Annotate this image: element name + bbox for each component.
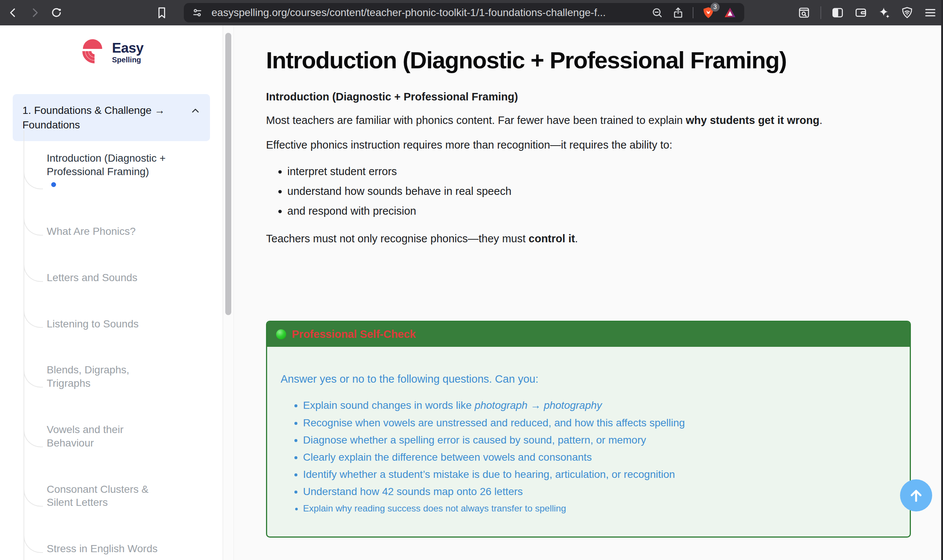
self-check-item-italic: photograph → photography [474, 400, 602, 411]
page-title: Introduction (Diagnostic + Professional … [266, 47, 911, 74]
zoom-out-icon[interactable] [651, 6, 664, 19]
toolbar-separator [821, 6, 821, 19]
lesson-item[interactable]: Letters and Sounds [23, 271, 170, 285]
self-check-list: Explain sound changes in words like phot… [281, 398, 892, 515]
paragraph-3: Teachers must not only recognise phonics… [266, 231, 911, 246]
course-sidebar: Easy Spelling 1. Foundations & Challenge… [0, 25, 223, 560]
bookmark-icon[interactable] [155, 6, 169, 20]
self-check-item: Recognise when vowels are unstressed and… [303, 415, 892, 430]
lesson-label: Letters and Sounds [47, 271, 137, 285]
browser-toolbar: easyspelling.org/courses/content/teacher… [0, 0, 943, 25]
toolbar-right-icons [797, 6, 937, 19]
sidebar-toggle-icon[interactable] [831, 6, 844, 19]
self-check-header: Professional Self-Check [267, 322, 910, 347]
lesson-label: Introduction (Diagnostic + Professional … [47, 152, 170, 178]
self-check-item: Identify whether a student’s mistake is … [303, 467, 892, 482]
pill-separator [693, 7, 693, 18]
self-check-item: Explain why reading success does not alw… [303, 502, 892, 515]
scroll-to-top-button[interactable] [900, 479, 932, 511]
url-text[interactable]: easyspelling.org/courses/content/teacher… [211, 7, 643, 18]
self-check-item-text: Clearly explain the difference between v… [303, 451, 592, 463]
ability-item: and respond with precision [287, 203, 911, 218]
search-tab-icon[interactable] [797, 6, 811, 19]
vpn-shield-icon[interactable] [900, 6, 914, 19]
module-title: 1. Foundations & Challenge → Foundations [22, 103, 190, 132]
logo-text: Easy Spelling [112, 41, 144, 63]
shield-badge: 3 [711, 3, 719, 12]
self-check-item-text: Explain sound changes in words like [303, 400, 474, 411]
paragraph-1-text: Most teachers are familiar with phonics … [266, 114, 686, 126]
self-check-title: Professional Self-Check [292, 328, 416, 340]
self-check-item-text: Explain why reading success does not alw… [303, 503, 566, 513]
self-check-item-text: Identify whether a student’s mistake is … [303, 469, 675, 480]
lesson-item[interactable]: Vowels and their Behaviour [23, 423, 170, 450]
lesson-label: Blends, Digraphs, Trigraphs [47, 363, 170, 390]
active-lesson-dot [51, 182, 56, 187]
lesson-item[interactable]: Introduction (Diagnostic + Professional … [23, 152, 170, 192]
lesson-label: Vowels and their Behaviour [47, 423, 170, 450]
lesson-label: Listening to Sounds [47, 317, 139, 331]
paragraph-3-end: . [575, 232, 578, 245]
logo[interactable]: Easy Spelling [0, 37, 223, 68]
logo-mark-icon [79, 37, 108, 68]
back-icon[interactable] [6, 6, 20, 20]
lesson-content: Introduction (Diagnostic + Professional … [234, 25, 941, 560]
forward-icon[interactable] [28, 6, 42, 20]
paragraph-3-bold: control it [529, 232, 575, 245]
self-check-item-text: Recognise when vowels are unstressed and… [303, 417, 685, 429]
lede-heading: Introduction (Diagnostic + Professional … [266, 91, 911, 103]
self-check-intro: Answer yes or no to the following questi… [281, 373, 892, 385]
lesson-item[interactable]: Consonant Clusters & Silent Letters [23, 483, 170, 509]
lesson-label: Consonant Clusters & Silent Letters [47, 483, 170, 509]
lesson-list: Introduction (Diagnostic + Professional … [23, 152, 223, 555]
reload-icon[interactable] [49, 6, 63, 20]
window-edge [941, 0, 943, 560]
menu-icon[interactable] [924, 6, 937, 19]
self-check-item-text: Understand how 42 sounds map onto 26 let… [303, 486, 523, 497]
brave-shield-icon[interactable]: 3 [702, 6, 715, 19]
wallet-icon[interactable] [854, 6, 867, 19]
paragraph-1-end: . [820, 114, 822, 126]
lesson-label: Stress in English Words [47, 542, 157, 555]
lesson-item[interactable]: Stress in English Words [23, 542, 170, 555]
ability-item: understand how sounds behave in real spe… [287, 184, 911, 198]
paragraph-2: Effective phonics instruction requires m… [266, 137, 911, 153]
ability-item: interpret student errors [287, 164, 911, 179]
url-bar[interactable]: easyspelling.org/courses/content/teacher… [184, 3, 744, 22]
share-icon[interactable] [672, 6, 684, 19]
chevron-up-icon[interactable] [190, 105, 201, 117]
nav-buttons [6, 6, 63, 20]
self-check-item: Clearly explain the difference between v… [303, 450, 892, 465]
self-check-item: Understand how 42 sounds map onto 26 let… [303, 484, 892, 499]
leo-ai-icon[interactable] [877, 6, 891, 19]
logo-title: Easy [112, 41, 144, 55]
lesson-item[interactable]: What Are Phonics? [23, 225, 170, 238]
self-check-item: Explain sound changes in words like phot… [303, 398, 892, 412]
self-check-item-text: Diagnose whether a spelling error is cau… [303, 434, 646, 446]
paragraph-1: Most teachers are familiar with phonics … [266, 113, 911, 128]
arrow-up-icon [908, 487, 925, 504]
lesson-label: What Are Phonics? [47, 225, 136, 238]
self-check-item: Diagnose whether a spelling error is cau… [303, 433, 892, 447]
lesson-item[interactable]: Listening to Sounds [23, 317, 170, 331]
paragraph-1-bold: why students get it wrong [686, 114, 820, 126]
self-check-box: Professional Self-Check Answer yes or no… [266, 321, 911, 538]
lesson-item[interactable]: Blends, Digraphs, Trigraphs [23, 363, 170, 390]
self-check-body: Answer yes or no to the following questi… [267, 347, 910, 537]
tune-icon[interactable] [191, 7, 203, 18]
logo-subtitle: Spelling [112, 56, 144, 63]
paragraph-3-text: Teachers must not only recognise phonics… [266, 232, 529, 245]
sidebar-scrollbar[interactable] [223, 25, 234, 560]
ability-list: interpret student errors understand how … [266, 164, 911, 218]
bat-rewards-icon[interactable] [723, 6, 737, 19]
sidebar-scrollbar-thumb[interactable] [225, 33, 231, 315]
green-circle-icon [276, 329, 286, 339]
